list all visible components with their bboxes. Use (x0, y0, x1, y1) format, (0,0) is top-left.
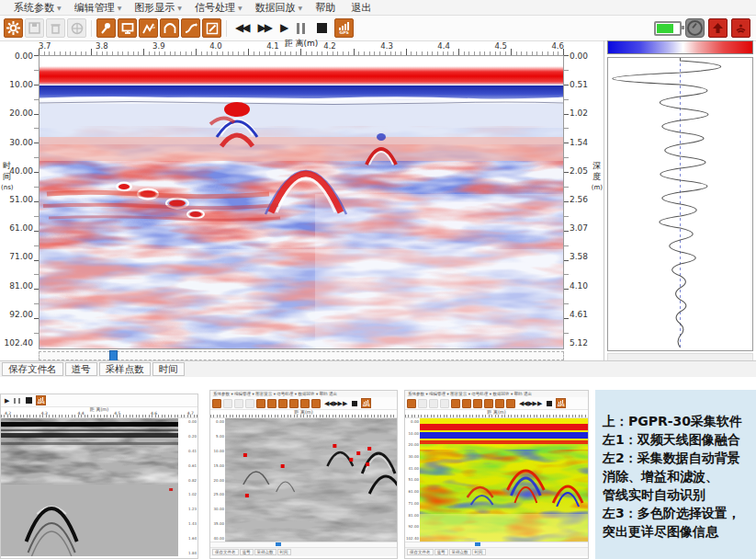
axis-tick-label: 0.51 (570, 80, 588, 89)
trash-icon (50, 22, 62, 34)
save-button[interactable] (25, 18, 44, 38)
rewind-button[interactable]: ◀◀ (231, 18, 252, 38)
grayscale-radargram (1, 418, 178, 556)
chevron-down-icon: ▼ (57, 5, 62, 11)
caption-block: 上：PGPR-30采集软件左1：双频天线图像融合左2：采集数据自动背景消除、增益… (595, 390, 756, 559)
gauge-icon (687, 20, 703, 36)
radargram-column: 距 离(m) 3.73.83.94.04.14.24.34.44.54.6 (39, 40, 564, 364)
menu-item[interactable]: 帮助 (309, 1, 344, 15)
wave-edit-button[interactable] (181, 18, 200, 38)
status-tab[interactable]: 道号 (65, 362, 97, 376)
status-tab: 时间 (472, 549, 486, 555)
axis-tick-label: 0.41 (179, 449, 197, 453)
status-tab[interactable]: 采样点数 (99, 362, 151, 376)
toolbar-separator (91, 20, 92, 37)
thumbnail-window-grayscale[interactable]: ▶ GPS 距 离(m) 4.24.34.44.54.64.7 (0, 394, 198, 559)
save-icon (28, 22, 40, 34)
filter-button[interactable] (160, 18, 179, 38)
delete-button[interactable] (46, 18, 65, 38)
radar-waves-icon (735, 22, 747, 34)
axis-tick-label: 15.00 (211, 463, 224, 468)
right-axis-title: 深 度 (m) (592, 160, 603, 193)
pin-icon (100, 22, 112, 34)
battery-indicator (654, 21, 682, 36)
multicolor-radargram (420, 418, 588, 542)
mini-right-axis: 0.000.200.410.610.821.021.231.431.641.84 (178, 418, 197, 556)
pause-button[interactable] (292, 23, 310, 34)
axis-tick-label: 51.00 (9, 195, 33, 204)
play-button[interactable]: ▶ (276, 18, 290, 38)
axis-tick-label: 102.40 (5, 338, 34, 348)
axis-tick-label: 30.00 (211, 507, 224, 511)
mini-status-bar: 保存文件名道号采样点数时间 (405, 547, 588, 556)
axis-tick-label: 0.82 (179, 478, 197, 483)
mini-x-ruler: 距 离(m) (210, 410, 397, 418)
connect-button[interactable] (67, 18, 86, 38)
axis-tick-label: 1.23 (179, 507, 197, 511)
status-tab[interactable]: 时间 (152, 362, 185, 376)
bottom-section: ▶ GPS 距 离(m) 4.24.34.44.54.64.7 (0, 390, 756, 559)
axis-tick-label: 1.54 (570, 138, 588, 147)
thumbnail-window-detect[interactable]: 系统参数 ▾ 编辑管理 ▾ 图形显示 ▾ 信号处理 ▾ 数据回放 ▾ 帮助 退出… (209, 390, 398, 559)
axis-tick-label: 2.05 (570, 166, 588, 176)
marker-button[interactable] (96, 18, 116, 38)
menu-item[interactable]: 退出 (344, 1, 380, 15)
mini-menu-bar: 系统参数 ▾ 编辑管理 ▾ 图形显示 ▾ 信号处理 ▾ 数据回放 ▾ 帮助 退出 (210, 391, 397, 397)
axis-tick-label: 102.40 (406, 536, 419, 541)
caption-line: 突出更详尽图像信息 (603, 522, 752, 541)
x-tick-marks (39, 49, 564, 55)
gain-button[interactable]: G (139, 18, 158, 38)
axis-tick-label: 10.00 (406, 431, 419, 436)
status-bar: 保存文件名道号采样点数时间 (0, 360, 756, 377)
menu-item[interactable]: 图形显示▼ (128, 1, 188, 15)
color-scale-bar (607, 40, 753, 54)
mini-toolbar: ◀◀ ▶▶ ▶ GPS (210, 397, 397, 410)
gps-icon: GPS (361, 398, 371, 408)
radargram-display[interactable] (39, 55, 564, 349)
menu-item[interactable]: 数据回放▼ (249, 1, 310, 15)
status-tab: 保存文件名 (212, 549, 239, 555)
gps-button[interactable]: GPS (334, 18, 354, 38)
axis-tick-label: 41.00 (406, 466, 419, 471)
axis-tick-label: 0.61 (179, 463, 197, 468)
workspace: 时 间 (ns) 0.0010.0020.0030.0040.0051.0061… (0, 40, 756, 360)
annotate-button[interactable] (202, 18, 221, 38)
left-axis: 时 间 (ns) 0.0010.0020.0030.0040.0051.0061… (0, 40, 39, 364)
status-tab: 保存文件名 (407, 549, 434, 555)
edit-icon (206, 22, 219, 35)
upload-button[interactable] (708, 18, 728, 38)
horizontal-scrollbar[interactable] (39, 351, 564, 360)
axis-tick-label: 35.00 (211, 521, 224, 526)
axis-tick-label: 1.84 (179, 551, 197, 555)
monitor-icon (121, 22, 134, 35)
display-button[interactable] (118, 18, 137, 38)
menu-item[interactable]: 系统参数▼ (7, 1, 68, 15)
stop-icon (26, 397, 32, 404)
fast-forward-button[interactable]: ▶▶ (254, 18, 274, 38)
thumbnail-window-multicolor[interactable]: 系统参数 ▾ 编辑管理 ▾ 图形显示 ▾ 信号处理 ▾ 数据回放 ▾ 帮助 退出… (404, 390, 589, 559)
settings-button[interactable] (4, 18, 23, 38)
toolbar-separator (226, 20, 227, 37)
status-tab[interactable]: 保存文件名 (2, 362, 63, 376)
menu-item[interactable]: 编辑管理▼ (68, 1, 129, 15)
menu-item[interactable]: 信号处理▼ (188, 1, 249, 15)
stop-button[interactable] (317, 23, 327, 33)
antenna-button[interactable] (731, 18, 750, 38)
battery-level-icon (657, 24, 673, 33)
caption-line: 左3：多色阶选择设置， (603, 504, 752, 522)
axis-tick-label: 40.00 (9, 166, 33, 176)
pgpr30-main-window: 系统参数▼ 编辑管理▼ 图形显示▼ 信号处理▼ 数据回放▼ 帮助 退出 (0, 0, 756, 377)
gps-icon: GPS (36, 395, 46, 405)
pause-icon (12, 398, 22, 404)
signal-bars-icon (339, 22, 349, 30)
speed-button[interactable] (685, 18, 705, 38)
axis-tick-label: 30.00 (9, 138, 33, 147)
axis-tick-label: 61.00 (406, 489, 419, 494)
detect-radargram (225, 418, 397, 542)
axis-tick-label: 20.00 (406, 442, 419, 447)
axis-tick-label: 30.00 (406, 454, 419, 459)
mini-left-axis: 0.005.0010.0015.0020.0025.0030.0035.0040… (210, 418, 225, 542)
caption-line: 左2：采集数据自动背景 (603, 449, 752, 467)
mini-menu-bar: 系统参数 ▾ 编辑管理 ▾ 图形显示 ▾ 信号处理 ▾ 数据回放 ▾ 帮助 退出 (405, 391, 588, 397)
trace-waveform (608, 58, 752, 350)
